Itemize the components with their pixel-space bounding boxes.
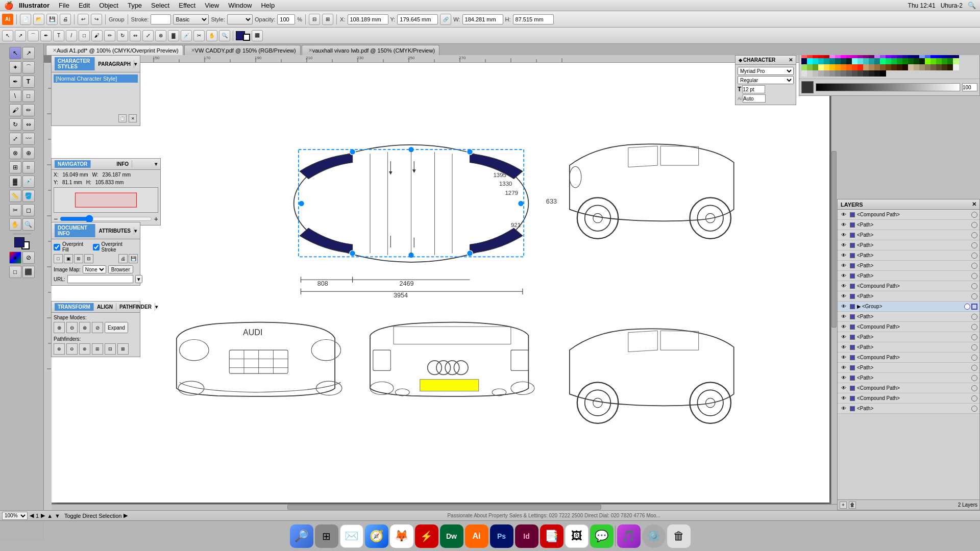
tool-none[interactable]: ⊘ bbox=[22, 252, 35, 264]
tool-reflect2[interactable]: ⇔ bbox=[22, 118, 35, 131]
font-size-input[interactable] bbox=[742, 85, 765, 93]
layer-eye-18[interactable]: 👁 bbox=[840, 384, 848, 392]
apple-menu[interactable]: 🍎 bbox=[4, 1, 14, 10]
tool-eyedropper[interactable]: 💉 bbox=[181, 30, 192, 41]
character-panel-header[interactable]: ◆ CHARACTER ✕ bbox=[736, 56, 796, 65]
doc-info-btn4[interactable]: ⊟ bbox=[84, 254, 93, 263]
page-nav-prev[interactable]: ◀ bbox=[30, 512, 34, 519]
pf-btn3[interactable]: ⊗ bbox=[79, 343, 90, 355]
dock-mail[interactable]: ✉️ bbox=[340, 524, 363, 548]
style-dropdown[interactable] bbox=[227, 14, 253, 24]
tool-direct-select[interactable]: ↗ bbox=[22, 47, 35, 59]
doc-info-btn1[interactable]: □ bbox=[54, 254, 63, 263]
dist-btn[interactable]: ⊞ bbox=[322, 14, 333, 25]
layer-eye-9[interactable]: 👁 bbox=[840, 292, 848, 300]
tool-hand2[interactable]: ✋ bbox=[9, 218, 21, 231]
layers-new-btn[interactable]: + bbox=[840, 502, 847, 509]
y-input[interactable] bbox=[397, 14, 438, 24]
tool-brush[interactable]: 🖌 bbox=[91, 30, 103, 41]
tab-close-audi[interactable]: ✕ bbox=[53, 47, 57, 53]
layer-item-2[interactable]: 👁 <Path> bbox=[838, 220, 979, 230]
page-nav-next[interactable]: ▶ bbox=[41, 512, 45, 519]
shape-minus[interactable]: ⊖ bbox=[66, 322, 78, 333]
dock-system[interactable]: ⚙️ bbox=[642, 524, 666, 548]
url-input[interactable] bbox=[67, 275, 133, 283]
tool-lasso[interactable]: ⌒ bbox=[28, 30, 39, 41]
canvas-area[interactable]: 130 150 170 190 210 230 250 270 bbox=[44, 55, 837, 510]
shape-intersect[interactable]: ⊗ bbox=[79, 322, 90, 333]
page-up-btn[interactable]: ▲ bbox=[47, 513, 53, 519]
transform-header[interactable]: TRANSFORM ALIGN PATHFINDER ▾ bbox=[52, 302, 140, 313]
align-btn[interactable]: ⊟ bbox=[309, 14, 320, 25]
layer-eye-13[interactable]: 👁 bbox=[840, 333, 848, 341]
tab-attributes[interactable]: ATTRIBUTES bbox=[95, 227, 134, 235]
new-file-btn[interactable]: 📄 bbox=[20, 14, 31, 25]
stroke-dropdown[interactable]: Basic bbox=[173, 14, 209, 24]
canvas-scrollbar-v[interactable] bbox=[831, 63, 837, 504]
app-name[interactable]: Illustrator bbox=[19, 2, 50, 9]
tool-measure[interactable]: 📏 bbox=[9, 190, 21, 202]
navigator-header[interactable]: NAVIGATOR INFO ▾ bbox=[52, 159, 160, 170]
doc-info-btn6[interactable]: 💾 bbox=[129, 254, 138, 263]
layer-item-16[interactable]: 👁 <Path> bbox=[838, 363, 979, 373]
redo-btn[interactable]: ↪ bbox=[91, 14, 102, 25]
tool-warp[interactable]: 〰 bbox=[22, 133, 35, 145]
tool-eraser[interactable]: ◻ bbox=[22, 204, 35, 216]
open-file-btn[interactable]: 📂 bbox=[33, 14, 44, 25]
dock-photoshop[interactable]: Ps bbox=[490, 524, 513, 548]
tab-char-styles[interactable]: CHARACTER STYLES bbox=[55, 57, 95, 70]
tool-reflect[interactable]: ⇔ bbox=[130, 30, 141, 41]
layer-item-20[interactable]: 👁 <Path> bbox=[838, 404, 979, 414]
page-dn-btn[interactable]: ▼ bbox=[55, 513, 60, 519]
tool-pen2[interactable]: ✒ bbox=[9, 76, 21, 88]
layer-eye-10[interactable]: 👁 bbox=[840, 303, 848, 311]
browser-btn[interactable]: Browser bbox=[108, 265, 133, 273]
char-styles-menu-icon[interactable]: ▾ bbox=[134, 61, 137, 67]
layer-eye-20[interactable]: 👁 bbox=[840, 405, 848, 413]
dock-itunes[interactable]: 🎵 bbox=[617, 524, 641, 548]
doc-info-header[interactable]: DOCUMENT INFO ATTRIBUTES ▾ bbox=[52, 222, 140, 239]
tool-paintbrush[interactable]: 🖌 bbox=[9, 104, 21, 116]
character-panel-close[interactable]: ✕ bbox=[789, 57, 793, 63]
pf-btn2[interactable]: ⊖ bbox=[66, 343, 78, 355]
nav-zoom-slider[interactable] bbox=[60, 216, 152, 222]
tool-type[interactable]: T bbox=[53, 30, 64, 41]
dock-finder[interactable]: 🔎 bbox=[290, 524, 313, 548]
char-styles-header[interactable]: CHARACTER STYLES PARAGRAPH ▾ bbox=[52, 56, 140, 72]
layer-item-3[interactable]: 👁 <Path> bbox=[838, 230, 979, 240]
layer-eye-8[interactable]: 👁 bbox=[840, 282, 848, 290]
leading-input[interactable] bbox=[743, 94, 766, 103]
pf-btn6[interactable]: ⊠ bbox=[117, 343, 129, 355]
tab-audi[interactable]: ✕ Audi A1.pdf* @ 100% (CMYK/Overprint Pr… bbox=[46, 45, 183, 55]
layer-item-19[interactable]: 👁 <Compound Path> bbox=[838, 393, 979, 404]
transform-menu-icon[interactable]: ▾ bbox=[155, 304, 158, 310]
opacity-input[interactable] bbox=[277, 14, 295, 24]
layer-item-11[interactable]: 👁 <Path> bbox=[838, 312, 979, 322]
doc-info-btn3[interactable]: ⊞ bbox=[74, 254, 83, 263]
dock-firefox[interactable]: 🦊 bbox=[390, 524, 413, 548]
dock-expose[interactable]: ⊞ bbox=[315, 524, 338, 548]
pf-btn1[interactable]: ⊕ bbox=[54, 343, 65, 355]
layer-item-4[interactable]: 👁 <Path> bbox=[838, 240, 979, 251]
tab-paragraph[interactable]: PARAGRAPH bbox=[95, 60, 134, 68]
tool-scale[interactable]: ⤢ bbox=[142, 30, 154, 41]
tool-line2[interactable]: \ bbox=[9, 90, 21, 102]
drawing-canvas[interactable]: 633 921 1279 1330 1395 808 2469 3954 bbox=[52, 63, 829, 503]
layer-item-13[interactable]: 👁 <Path> bbox=[838, 332, 979, 342]
menu-effect[interactable]: Effect bbox=[175, 1, 200, 10]
doc-info-menu-icon[interactable]: ▾ bbox=[134, 228, 137, 234]
tool-magic-wand[interactable]: ✦ bbox=[9, 61, 21, 73]
tool-hand[interactable]: ✋ bbox=[206, 30, 217, 41]
image-map-select[interactable]: None bbox=[83, 265, 106, 273]
menu-object[interactable]: Object bbox=[95, 1, 122, 10]
tool-live-paint[interactable]: 🪣 bbox=[22, 190, 35, 202]
font-family-select[interactable]: Myriad Pro bbox=[738, 67, 794, 75]
tool-move[interactable]: ↖ bbox=[2, 30, 13, 41]
tool-eyedropper2[interactable]: 💉 bbox=[22, 176, 35, 188]
layer-eye-19[interactable]: 👁 bbox=[840, 394, 848, 403]
stroke-input[interactable] bbox=[151, 14, 171, 24]
tool-scissors[interactable]: ✂ bbox=[193, 30, 205, 41]
layer-eye-1[interactable]: 👁 bbox=[840, 211, 848, 219]
tab-navigator[interactable]: NAVIGATOR bbox=[55, 160, 91, 168]
dock-flash[interactable]: ⚡ bbox=[415, 524, 438, 548]
